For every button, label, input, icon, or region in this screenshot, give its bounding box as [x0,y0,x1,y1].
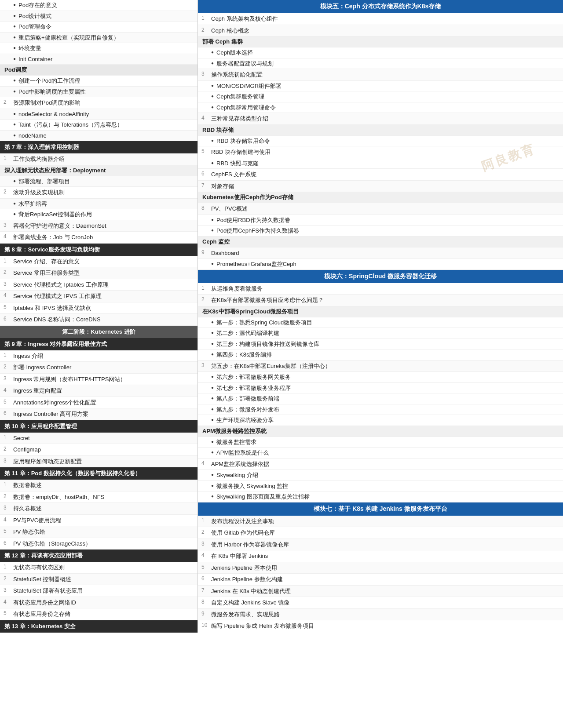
list-item: 3 StatefulSet 部署有状态应用 [0,585,197,597]
right-panel: 阿良教育 模块五：Ceph 分布式存储系统作为K8s存储 1 Ceph 系统架构… [198,0,563,633]
item-number: 4 [4,598,13,605]
item-number: 4 [4,386,13,393]
bullet-icon: ● [211,492,214,499]
list-item: 9 Dashboard [198,248,563,259]
bullet-icon: ● [211,48,214,55]
list-item: 4 在 K8s 中部署 Jenkins [198,550,563,562]
item-number: 2 [4,493,13,499]
list-item: 2 使用 Gitlab 作为代码仓库 [198,527,563,539]
list-item: ● 生产环境踩坑经验分享 [198,415,563,426]
item-label: nodeSelector & nodeAffinity [18,110,89,119]
left-panel: ● Pod存在的意义 ● Pod设计模式 ● Pod管理命令 ● 重启策略+健康… [0,0,198,633]
item-label: 使用 Gitlab 作为代码仓库 [211,528,559,537]
sub-title: 在K8s中部署SpringCloud微服务项目 [198,306,563,317]
item-number: 3 [201,70,211,77]
phase2-header: 第二阶段：Kubernetes 进阶 [0,326,197,338]
item-label: Pod管理命令 [18,22,51,31]
item-label: Jenkins Pipeline 参数化构建 [211,575,559,584]
item-label: Ceph 核心概念 [211,26,559,35]
bullet-icon: ● [211,482,214,488]
item-number: 4 [201,552,211,558]
top-bullets: ● Pod存在的意义 ● Pod设计模式 ● Pod管理命令 ● 重启策略+健康… [0,0,197,65]
list-item: ● 服务器配置建议与规划 [198,58,563,69]
bullet-icon: ● [13,87,16,94]
list-item: 4 Service 代理模式之 IPVS 工作原理 [0,291,197,302]
list-item: 2 滚动升级及实现机制 [0,187,197,199]
sub-title: Kubernetes使用Ceph作为Pod存储 [198,192,563,203]
list-item: ● 第七步：部署微服务业务程序 [198,383,563,394]
item-label: Skywalking 介绍 [216,471,258,480]
list-item: 2 Configmap [0,444,197,456]
item-number: 2 [201,26,211,33]
item-label: 第四步：K8s服务编排 [216,350,272,359]
item-number: 3 [201,362,211,368]
item-label: RBD 块存储常用命令 [216,137,270,146]
item-label: 发布流程设计及注意事项 [211,517,559,526]
list-item: ● 第六步：部署微服务网关服务 [198,372,563,383]
item-number: 3 [4,222,13,228]
item-label: PV与PVC使用流程 [13,516,194,525]
item-label: 操作系统初始化配置 [211,70,559,79]
item-label: 服务器配置建议与规划 [216,59,274,68]
item-number: 8 [201,598,211,605]
bullet-icon: ● [211,82,214,88]
bullet-icon: ● [13,76,16,83]
item-number: 5 [4,398,13,405]
list-item: 6 PV 动态供给（StorageClass） [0,538,197,550]
item-number: 1 [4,481,13,488]
list-item: 2 资源限制对Pod调度的影响 [0,97,197,109]
item-label: StatefulSet 控制器概述 [13,575,194,584]
list-item: 5 Annotations对Ingress个性化配置 [0,397,197,409]
item-label: Service 介绍、存在的意义 [13,257,194,266]
item-number: 10 [201,622,211,628]
sub-title: APM微服务链路监控系统 [198,426,563,437]
item-label: Annotations对Ingress个性化配置 [13,398,194,407]
list-item: 1 无状态与有状态区别 [0,562,197,574]
list-item: ● Pod使用CephFS作为持久数据卷 [198,226,563,237]
item-number: 1 [201,284,211,291]
item-label: Configmap [13,445,194,454]
list-item: 2 Ceph 核心概念 [198,25,563,37]
item-label: 环境变量 [18,44,41,53]
item-number: 4 [201,114,211,121]
item-label: 自定义构建 Jenkins Slave 镜像 [211,598,559,607]
bullet-icon: ● [211,438,214,444]
item-label: Jenkins Pipeline 基本使用 [211,564,559,572]
list-item: 7 对象存储 [198,181,563,193]
item-label: StatefulSet 部署有状态应用 [13,586,194,595]
list-item: 1 发布流程设计及注意事项 [198,516,563,528]
list-item: 5 PV 静态供给 [0,526,197,538]
bullet-icon: ● [13,22,16,29]
list-item: 3 使用 Harbor 作为容器镜像仓库 [198,539,563,551]
item-label: Ceph版本选择 [216,48,253,57]
item-label: 有状态应用身份之存储 [13,610,194,619]
item-label: Ingress 常用规则（发布HTTP/HTTPS网站） [13,375,194,384]
item-label: 应用程序如何动态更新配置 [13,457,194,466]
item-number: 1 [4,352,13,358]
bullet-icon: ● [13,210,16,216]
item-number: 6 [4,410,13,416]
list-item: ● RBD 快照与克隆 [198,158,563,169]
item-number: 6 [201,575,211,582]
list-item: 3 容器化守护进程的意义：DaemonSet [0,220,197,232]
bullet-icon: ● [13,131,16,138]
item-label: PV 静态供给 [13,528,194,536]
bullet-icon: ● [13,33,16,40]
item-label: Skywalking 图形页面及重点关注指标 [216,492,310,501]
list-item: ● Ceph版本选择 [198,47,563,58]
item-label: RBD 快照与克隆 [216,159,259,168]
chapter8-header: 第 8 章：Service服务发现与负载均衡 [0,244,197,256]
bullet-icon: ● [211,103,214,109]
item-label: 重启策略+健康检查（实现应用自修复） [18,33,119,42]
item-label: 资源限制对Pod调度的影响 [13,98,194,107]
bullet-icon: ● [211,416,214,422]
item-number: 4 [4,516,13,523]
item-number: 5 [4,610,13,616]
item-label: Ceph集群服务管理 [216,92,264,101]
item-label: Service 常用三种服务类型 [13,269,194,277]
item-number: 9 [201,249,211,255]
item-label: APM监控系统是什么 [216,448,269,457]
item-label: 对象存储 [211,182,559,191]
list-item: 3 应用程序如何动态更新配置 [0,456,197,468]
list-item: 2 数据卷：emptyDir、hostPath、NFS [0,491,197,503]
